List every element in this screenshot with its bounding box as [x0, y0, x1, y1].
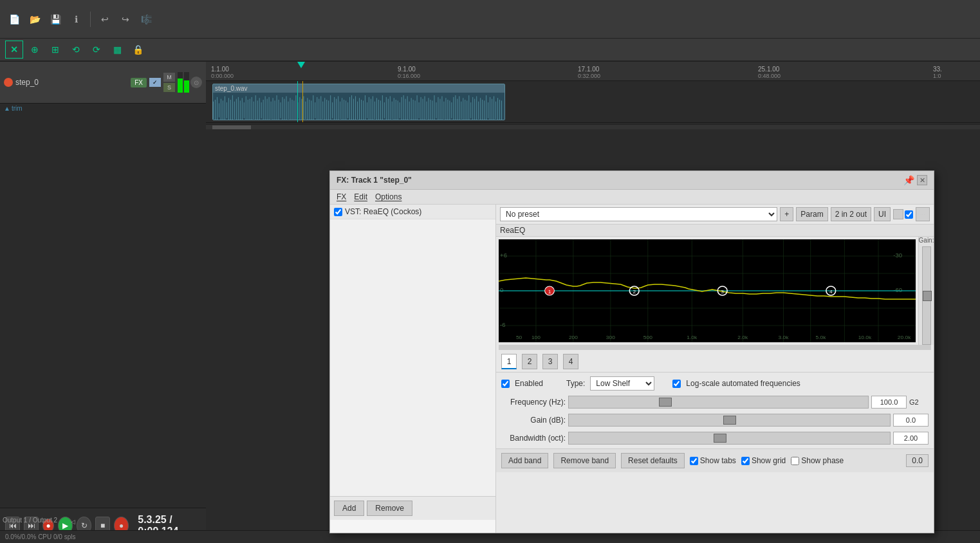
logscale-checkbox[interactable] [672, 380, 681, 388]
grid-icon[interactable]: ⊞ [46, 41, 64, 59]
mute-button[interactable]: M [163, 73, 175, 82]
bandwidth-input[interactable] [893, 432, 929, 445]
gain-db-thumb[interactable] [723, 416, 736, 425]
svg-rect-6 [223, 100, 223, 120]
pan-knob[interactable]: ⊙ [190, 77, 202, 88]
svg-rect-121 [443, 102, 444, 120]
add-band-button[interactable]: Add band [501, 453, 548, 468]
eq-area: No preset + Param 2 in 2 out UI ↺ ··· Re… [496, 205, 934, 533]
svg-rect-53 [313, 95, 313, 120]
svg-rect-144 [488, 102, 488, 118]
record-mode-icon[interactable]: ⟲ [67, 41, 85, 59]
open-icon[interactable]: 📂 [26, 10, 44, 28]
svg-rect-41 [290, 98, 290, 120]
gain-db-slider[interactable] [568, 414, 891, 427]
fx-titlebar: FX: Track 1 "step_0" 📌 ✕ [330, 171, 934, 190]
menu-fx[interactable]: FX [337, 192, 346, 201]
ui-button[interactable]: UI [874, 207, 891, 221]
svg-rect-106 [415, 100, 416, 120]
eq-svg: +6 0 -6 -30 -60 1 [499, 239, 916, 342]
param-button[interactable]: Param [796, 207, 827, 221]
svg-rect-11 [232, 95, 233, 120]
ruler-1: 1.1.00 0:00.000 [211, 66, 234, 79]
svg-rect-3 [217, 97, 217, 120]
scrollbar-thumb[interactable] [212, 125, 251, 129]
close-button[interactable]: ✕ [917, 175, 927, 185]
link-icon[interactable]: ⊕ [26, 41, 44, 59]
svg-rect-17 [244, 102, 245, 118]
arrange-scrollbar[interactable] [206, 124, 980, 129]
svg-rect-72 [349, 97, 350, 120]
snap-icon[interactable]: ✕ [5, 41, 23, 59]
frequency-thumb[interactable] [659, 398, 672, 407]
svg-rect-131 [463, 98, 463, 120]
lock-icon[interactable]: 🔒 [129, 41, 147, 59]
gain-db-input[interactable] [893, 414, 929, 427]
svg-rect-40 [288, 102, 288, 120]
frequency-note: G2 [909, 398, 929, 406]
item-icon[interactable]: ▦ [108, 41, 126, 59]
output-arrow[interactable]: ◁ [71, 519, 75, 525]
more-button[interactable]: ··· [916, 207, 930, 221]
svg-rect-85 [374, 102, 375, 120]
band-tab-1[interactable]: 1 [501, 354, 517, 369]
show-phase-text: Show phase [801, 456, 844, 465]
audio-clip[interactable]: step_0.wav [212, 84, 505, 120]
show-phase-label[interactable]: Show phase [791, 456, 844, 465]
svg-rect-32 [273, 98, 273, 120]
band-enabled-checkbox[interactable] [501, 380, 510, 388]
save-icon[interactable]: 💾 [46, 10, 64, 28]
svg-rect-118 [438, 97, 438, 120]
show-tabs-checkbox[interactable] [690, 457, 698, 465]
fx-button[interactable]: FX [131, 78, 147, 87]
output-label: Output 1 / Output 2 [3, 517, 57, 524]
plugin-remove-button[interactable]: Remove [367, 501, 412, 516]
reset-defaults-button[interactable]: Reset defaults [621, 453, 685, 468]
new-file-icon[interactable]: 📄 [5, 10, 23, 28]
svg-text:-6: -6 [500, 322, 505, 328]
frequency-slider[interactable] [568, 396, 869, 409]
add-preset-button[interactable]: + [780, 207, 793, 221]
band-tab-3[interactable]: 3 [542, 354, 558, 369]
metronome-icon[interactable]: 🎼 [137, 10, 155, 28]
bandwidth-thumb[interactable] [714, 434, 726, 443]
svg-rect-42 [291, 100, 292, 120]
show-grid-label[interactable]: Show grid [741, 456, 786, 465]
eq-scrollbar[interactable] [499, 345, 931, 350]
frequency-label: Frequency (Hz): [501, 398, 566, 407]
gain-slider[interactable] [922, 246, 931, 345]
preset-dropdown[interactable]: No preset [500, 207, 777, 221]
remove-band-button[interactable]: Remove band [553, 453, 616, 468]
pin-icon[interactable]: 📌 [903, 175, 914, 185]
bandwidth-slider[interactable] [568, 432, 891, 445]
band-tab-2[interactable]: 2 [522, 354, 537, 369]
show-grid-checkbox[interactable] [741, 457, 750, 465]
undo-icon[interactable]: ↩ [96, 10, 114, 28]
info-icon[interactable]: ℹ [67, 10, 85, 28]
menu-options[interactable]: Options [375, 192, 402, 201]
band-controls: Enabled Type: Low Shelf Log-scale automa… [496, 373, 934, 448]
show-phase-checkbox[interactable] [791, 457, 799, 465]
svg-text:-30: -30 [893, 252, 902, 259]
svg-rect-146 [492, 99, 492, 120]
show-tabs-label[interactable]: Show tabs [690, 456, 736, 465]
reset-icon[interactable]: ↺ [893, 209, 903, 219]
svg-rect-93 [390, 97, 391, 121]
plugin-item-reaeq[interactable]: VST: ReaEQ (Cockos) [330, 205, 495, 219]
enable-checkbox[interactable] [905, 210, 913, 219]
menu-edit[interactable]: Edit [354, 192, 367, 201]
band-tab-4[interactable]: 4 [563, 354, 578, 369]
loop-icon[interactable]: ⟳ [88, 41, 106, 59]
gain-slider-area: Gain: [918, 237, 934, 345]
solo-button[interactable]: S [163, 83, 175, 92]
meter-right [184, 72, 189, 93]
plugin-add-button[interactable]: Add [334, 501, 364, 516]
plugin-enabled-checkbox[interactable] [334, 208, 342, 216]
redo-icon[interactable]: ↪ [116, 10, 134, 28]
type-dropdown[interactable]: Low Shelf [590, 376, 654, 391]
svg-rect-61 [328, 100, 329, 120]
frequency-input[interactable] [871, 396, 907, 409]
gain-thumb[interactable] [923, 291, 932, 301]
svg-rect-49 [305, 102, 306, 120]
eq-display[interactable]: +6 0 -6 -30 -60 1 [499, 239, 916, 342]
